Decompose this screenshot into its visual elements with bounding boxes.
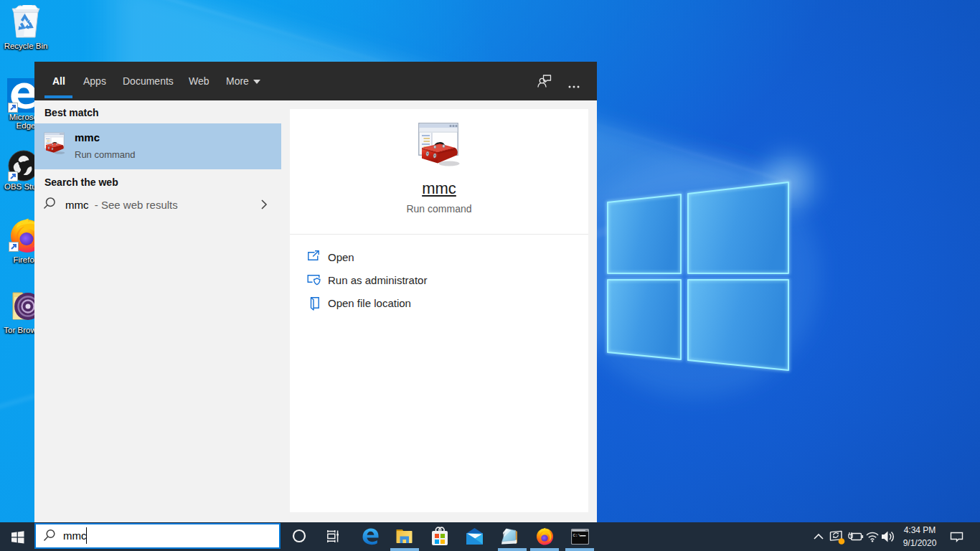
svg-text:C:\: C:\ (573, 533, 581, 538)
